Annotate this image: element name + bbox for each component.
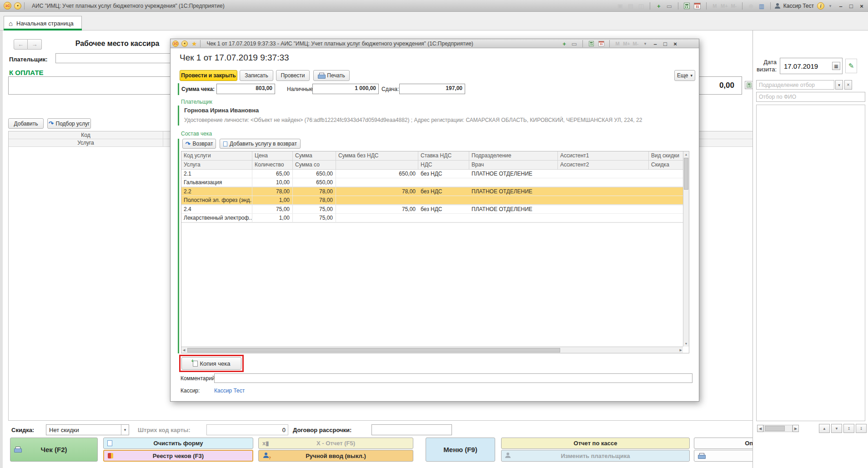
division-filter-clear-icon[interactable]: × [844,80,852,90]
col-quantity[interactable]: Количество [252,161,293,170]
cashier-link[interactable]: Кассир Тест [214,387,245,394]
print-icon[interactable]: ▤ [626,1,635,10]
return-button[interactable]: ↷ Возврат [182,139,216,149]
col-service[interactable]: Услуга [181,161,252,170]
manual-input-button[interactable]: ? Ручной ввод (выкл.) [258,450,413,462]
col-sum-with[interactable]: Сумма со [293,161,336,170]
dialog-menu-dropdown-icon[interactable]: ▾ [181,40,188,47]
move-top-button[interactable]: ↥ [843,424,854,433]
favorite-star-icon[interactable]: ★ [191,40,197,47]
col-vat-rate[interactable]: Ставка НДС [418,151,469,161]
division-filter-field[interactable] [756,80,834,90]
hscroll-thumb[interactable] [765,426,785,431]
col-sum-no-vat[interactable]: Сумма без НДС [336,151,418,161]
receipts-register-button[interactable]: Реестр чеков (F3) [103,450,253,462]
scroll-right-icon[interactable]: ▶ [680,348,682,352]
change-payer-button[interactable]: Изменить плательщика [501,450,690,462]
sum-field[interactable]: 803,00 [216,84,275,94]
hscroll-track[interactable] [763,425,793,432]
dialog-minimize-icon[interactable]: – [651,40,660,48]
post-and-close-button[interactable]: Провести и закрыть [180,70,237,81]
cash-report-button[interactable]: Отчет по кассе [501,438,690,449]
forward-button[interactable]: → [28,39,42,50]
restore-icon[interactable]: □ [847,1,856,10]
col-division[interactable]: Подразделение [469,151,558,161]
chevron-down-icon[interactable]: ▾ [826,1,835,10]
cash-field[interactable]: 1 000,00 [312,84,379,94]
add-to-return-button[interactable]: Добавить услугу в возврат [220,139,301,149]
calendar-icon[interactable]: 31 [597,40,606,48]
main-menu-dropdown-icon[interactable]: ▾ [14,2,21,10]
installment-input[interactable] [371,424,452,435]
clear-form-button[interactable]: Очистить форму [103,438,253,449]
x-report-button[interactable]: x▮ X - Отчет (F5) [258,438,413,449]
chevron-down-icon[interactable]: ▾ [641,40,650,48]
col-doctor[interactable]: Врач [469,161,558,170]
save-icon[interactable]: ▣ [616,1,625,10]
col-assistant2[interactable]: Ассистент2 [558,161,649,170]
memory-m-icon[interactable]: M [711,3,719,9]
add-link-icon[interactable]: + [654,1,663,10]
copy-link-icon[interactable]: ▭ [665,1,674,10]
column-header-service[interactable]: Услуга [9,139,163,146]
menu-f9-button[interactable]: Меню (F9) [426,438,495,462]
memory-m-minus-icon[interactable]: M- [730,3,738,9]
dialog-maximize-icon[interactable]: □ [661,40,670,48]
copy-link-icon[interactable]: ▭ [570,40,579,48]
back-button[interactable]: ← [14,39,28,50]
calculator-icon[interactable] [682,1,692,10]
col-price[interactable]: Цена [252,151,293,161]
print-receipt-button[interactable]: Печать [313,70,350,81]
table-row-group-selected[interactable]: 2.2 78,00 78,00 78,00 без НДС ПЛАТНОЕ ОТ… [181,187,689,205]
table-row-group[interactable]: 2.4 75,00 75,00 75,00 без НДС ПЛАТНОЕ ОТ… [181,205,689,223]
visit-date-input[interactable] [780,62,832,70]
discount-combo[interactable]: Нет скидки ▾ [46,424,129,435]
barcode-input[interactable] [206,424,288,435]
column-header-code[interactable]: Код [9,131,163,139]
col-empty[interactable] [336,161,418,170]
memory-m-plus-icon[interactable]: M+ [622,41,631,46]
vscroll-thumb[interactable] [684,158,688,190]
print-preview-icon[interactable]: ◫ [637,1,646,10]
scroll-up-icon[interactable]: ▲ [683,151,689,157]
col-discount[interactable]: Скидка [649,161,684,170]
table-hscrollbar[interactable]: ◀ ▶ [181,347,683,353]
info-icon[interactable]: i [817,2,824,10]
hscroll-right-icon[interactable]: ▶ [793,425,799,432]
division-filter-input[interactable] [756,80,834,90]
date-picker-icon[interactable]: ▦ [832,62,840,70]
close-icon[interactable]: × [857,1,866,10]
hscroll-thumb[interactable] [187,348,560,352]
move-up-button[interactable]: ▲ [819,424,830,433]
move-bottom-button[interactable]: ↧ [856,424,867,433]
combo-arrow-icon[interactable]: ▾ [121,425,129,435]
user-name[interactable]: Кассир Тест [783,3,814,9]
change-field[interactable]: 197,00 [399,84,465,94]
col-vat[interactable]: НДС [418,161,469,170]
col-service-code[interactable]: Код услуги [181,151,252,161]
scroll-down-icon[interactable]: ▼ [683,341,689,347]
col-assistant1[interactable]: Ассистент1 [558,151,649,161]
pick-services-button[interactable]: ↷ Подбор услуг [47,118,91,129]
move-down-button[interactable]: ▼ [831,424,842,433]
dialog-close-icon[interactable]: × [671,40,680,48]
calendar-icon[interactable]: 31 [693,1,702,10]
calculator-icon[interactable] [587,40,596,48]
more-button[interactable]: Еще ▾ [674,70,695,81]
split-columns-icon[interactable]: ▥ [757,1,766,10]
col-sum[interactable]: Сумма [293,151,336,161]
name-filter-input[interactable] [756,92,865,102]
scroll-left-icon[interactable]: ◀ [181,348,186,352]
payer-name[interactable]: Горнова Ирина Ивановна [184,107,259,114]
name-filter-field[interactable] [756,92,865,102]
post-button[interactable]: Провести [276,70,310,81]
edit-visit-button[interactable]: ✎ [845,59,857,73]
add-service-button[interactable]: Добавить [8,118,44,129]
add-link-icon[interactable]: + [560,40,569,48]
visits-list[interactable] [756,105,865,421]
memory-m-minus-icon[interactable]: M- [632,41,640,46]
memory-m-icon[interactable]: M [613,41,622,46]
amount-calculator-button[interactable] [745,81,753,89]
comment-input[interactable] [214,373,692,383]
copy-receipt-button[interactable]: + Копия чека [181,357,241,370]
